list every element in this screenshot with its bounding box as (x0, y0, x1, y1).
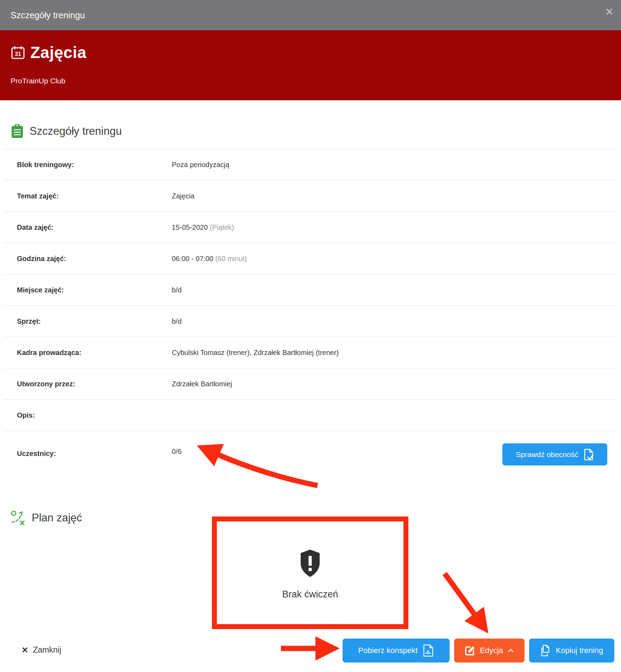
detail-label: Kadra prowadząca: (17, 349, 172, 357)
detail-row: Blok treningowy: Poza periodyzacją (4, 149, 617, 180)
detail-row: Kadra prowadząca: Cybulski Tomasz (trene… (4, 337, 617, 368)
detail-value: 06:00 - 07:00 (172, 255, 213, 262)
detail-label: Blok treningowy: (17, 161, 172, 169)
arrow-to-participants (216, 454, 318, 486)
document-check-icon (583, 449, 594, 461)
detail-value: Zdrzałek Bartłomiej (172, 380, 232, 388)
close-x-icon: × (22, 645, 28, 655)
shield-alert-icon (299, 549, 321, 578)
event-title-row: 31 Zajęcia (11, 43, 87, 62)
chevron-up-icon (508, 649, 514, 652)
detail-value: 15-05-2020 (172, 223, 208, 231)
details-section-header: Szczegóły treningu (11, 124, 122, 139)
calendar-icon: 31 (11, 45, 25, 60)
detail-row: Opis: (4, 400, 617, 431)
download-outline-label: Pobierz konspekt (358, 646, 418, 655)
event-title: Zajęcia (30, 43, 87, 62)
detail-label: Sprzęt: (17, 317, 172, 325)
detail-label: Godzina zajęć: (17, 255, 172, 263)
event-banner: 31 Zajęcia ProTrainUp Club (0, 30, 621, 100)
plan-empty-state-highlight-box: Brak ćwiczeń (212, 516, 408, 629)
detail-row: Utworzony przez: Zdrzałek Bartłomiej (4, 368, 617, 400)
detail-value: b/d (172, 317, 182, 325)
detail-row: Godzina zajęć: 06:00 - 07:00 (60 minut) (4, 243, 617, 274)
pdf-file-icon (422, 644, 434, 657)
detail-label: Opis: (17, 411, 172, 419)
detail-value: Cybulski Tomasz (trener), Zdrzałek Bartł… (172, 349, 339, 356)
detail-value: b/d (172, 286, 182, 294)
svg-text:31: 31 (15, 51, 21, 57)
detail-row: Miejsce zajęć: b/d (4, 274, 617, 306)
check-attendance-label: Sprawdź obecność (516, 450, 578, 459)
edit-button[interactable]: Edycja (454, 639, 525, 663)
modal-title: Szczegóły treningu (11, 10, 85, 20)
check-attendance-button[interactable]: Sprawdź obecność (502, 443, 607, 465)
detail-row: Temat zajęć: Zajęcia (4, 180, 617, 212)
plan-section-title: Plan zajęć (32, 512, 82, 524)
close-icon[interactable]: × (606, 5, 613, 18)
training-details-modal: Szczegóły treningu × 31 Zajęcia ProTrain… (0, 0, 621, 672)
copy-training-button[interactable]: Kopiuj trening (529, 639, 614, 663)
detail-label: Temat zajęć: (17, 192, 172, 200)
strategy-icon (11, 510, 26, 526)
participants-count: 0/6 (172, 448, 182, 456)
detail-value: Zajęcia (172, 192, 194, 200)
club-name: ProTrainUp Club (11, 77, 65, 85)
edit-pencil-icon (465, 646, 475, 655)
close-label: Zamknij (33, 645, 62, 655)
detail-value-muted: (Piątek) (210, 223, 234, 231)
detail-label: Miejsce zajęć: (17, 286, 172, 294)
edit-label: Edycja (480, 646, 503, 655)
copy-icon (540, 645, 551, 657)
detail-value-muted: (60 minut) (215, 255, 247, 262)
arrow-to-edit-button (445, 573, 476, 616)
modal-header: Szczegóły treningu × (0, 0, 621, 30)
details-table: Blok treningowy: Poza periodyzacją Temat… (4, 149, 617, 431)
clipboard-icon (11, 124, 24, 139)
participants-label: Uczestnicy: (17, 450, 56, 458)
empty-exercises-text: Brak ćwiczeń (282, 589, 338, 600)
copy-training-label: Kopiuj trening (556, 646, 603, 655)
detail-label: Data zajęć: (17, 223, 172, 232)
detail-label: Utworzony przez: (17, 380, 172, 388)
download-outline-button[interactable]: Pobierz konspekt (343, 639, 450, 663)
detail-row: Data zajęć: 15-05-2020 (Piątek) (4, 212, 617, 243)
details-section-title: Szczegóły treningu (30, 125, 122, 138)
close-modal-button[interactable]: × Zamknij (22, 645, 61, 655)
plan-section-header: Plan zajęć (11, 510, 82, 526)
detail-value: Poza periodyzacją (172, 161, 229, 169)
detail-row: Sprzęt: b/d (4, 306, 617, 337)
